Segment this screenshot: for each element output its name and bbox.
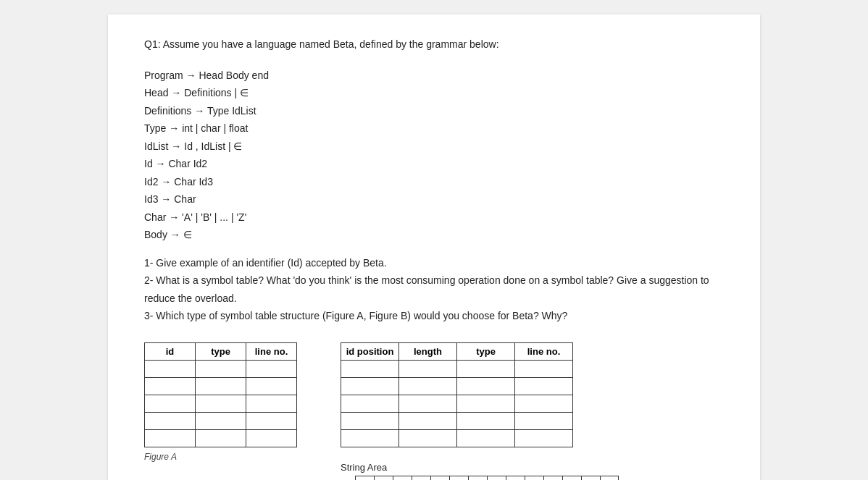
string-cell xyxy=(468,476,487,480)
grammar-line: Id → Char Id2 xyxy=(144,155,724,173)
grammar-line: Type → int | char | float xyxy=(144,119,724,138)
table-b-cell xyxy=(399,395,457,412)
table-b-col-length: length xyxy=(399,342,457,360)
questions-block: 1- Give example of an identifier (Id) ac… xyxy=(144,254,724,325)
string-cell xyxy=(525,476,543,480)
question-item: 2- What is a symbol table? What 'do you … xyxy=(144,271,724,307)
table-b-cell xyxy=(515,395,573,412)
table-a-cell xyxy=(145,395,196,412)
table-a: id type line no. xyxy=(144,342,297,447)
string-cell xyxy=(600,476,619,480)
table-a-cell xyxy=(196,395,246,412)
table-b-cell xyxy=(341,377,399,395)
string-cell xyxy=(374,476,393,480)
table-a-col-lineno: line no. xyxy=(246,342,297,360)
grammar-line: Id3 → Char xyxy=(144,190,724,209)
table-a-cell xyxy=(246,429,297,447)
string-cell xyxy=(562,476,581,480)
table-b-cell xyxy=(515,429,573,447)
table-a-cell xyxy=(196,412,246,429)
table-a-cell xyxy=(246,395,297,412)
grammar-line: Program → Head Body end xyxy=(144,67,724,85)
string-cell xyxy=(430,476,449,480)
table-b-cell xyxy=(515,360,573,377)
table-a-cell xyxy=(145,429,196,447)
grammar-line: Body → ∈ xyxy=(144,226,724,244)
table-a-cell xyxy=(246,360,297,377)
page: Q1: Assume you have a language named Bet… xyxy=(108,14,760,480)
figure-a-container: id type line no. Figure A xyxy=(144,342,297,462)
grammar-line: Head → Definitions | ∈ xyxy=(144,84,724,102)
table-a-cell xyxy=(196,429,246,447)
string-cell xyxy=(355,476,374,480)
table-b-col-type: type xyxy=(457,342,515,360)
table-a-col-type: type xyxy=(196,342,246,360)
string-cell xyxy=(449,476,468,480)
figure-b-container: id position length type line no. String … xyxy=(341,342,642,480)
string-area-section: String Area ► ..... xyxy=(341,455,642,480)
string-cells xyxy=(355,476,619,480)
table-b-cell xyxy=(457,429,515,447)
table-b-cell xyxy=(457,395,515,412)
table-a-col-id: id xyxy=(145,342,196,360)
table-a-cell xyxy=(196,360,246,377)
grammar-block: Program → Head Body end Head → Definitio… xyxy=(144,67,724,244)
table-a-cell xyxy=(196,377,246,395)
grammar-line: Char → 'A' | 'B' | ... | 'Z' xyxy=(144,209,724,227)
table-b-cell xyxy=(457,377,515,395)
figure-a-label: Figure A xyxy=(144,452,177,462)
table-b-cell xyxy=(399,412,457,429)
string-cell xyxy=(543,476,562,480)
table-a-cell xyxy=(145,412,196,429)
table-b-cell xyxy=(515,412,573,429)
table-a-cell xyxy=(246,412,297,429)
table-a-cell xyxy=(246,377,297,395)
table-b-cell xyxy=(341,429,399,447)
string-cell xyxy=(412,476,430,480)
table-b-cell xyxy=(341,395,399,412)
string-area-arrow: ► xyxy=(341,476,354,480)
table-b-cell xyxy=(341,360,399,377)
question-intro: Q1: Assume you have a language named Bet… xyxy=(144,36,724,54)
string-area-label: String Area xyxy=(341,462,642,473)
table-b-cell xyxy=(399,429,457,447)
table-b-upper: id position length type line no. xyxy=(341,342,573,447)
table-a-cell xyxy=(145,360,196,377)
string-area-row: ► ..... xyxy=(341,476,642,480)
table-b-cell xyxy=(341,412,399,429)
string-cell xyxy=(581,476,600,480)
table-b-cell xyxy=(515,377,573,395)
table-a-cell xyxy=(145,377,196,395)
table-b-col-lineno: line no. xyxy=(515,342,573,360)
grammar-line: IdList → Id , IdList | ∈ xyxy=(144,138,724,156)
question-item: 1- Give example of an identifier (Id) ac… xyxy=(144,254,724,272)
table-b-cell xyxy=(457,412,515,429)
grammar-line: Id2 → Char Id3 xyxy=(144,173,724,191)
table-b-col-idpos: id position xyxy=(341,342,399,360)
string-cell xyxy=(393,476,412,480)
table-b-cell xyxy=(457,360,515,377)
table-b-cell xyxy=(399,377,457,395)
string-cell xyxy=(506,476,525,480)
table-b-cell xyxy=(399,360,457,377)
string-cell xyxy=(487,476,506,480)
figures-row: id type line no. Figure A id position le… xyxy=(144,342,724,480)
grammar-line: Definitions → Type IdList xyxy=(144,102,724,120)
question-item: 3- Which type of symbol table structure … xyxy=(144,307,724,325)
